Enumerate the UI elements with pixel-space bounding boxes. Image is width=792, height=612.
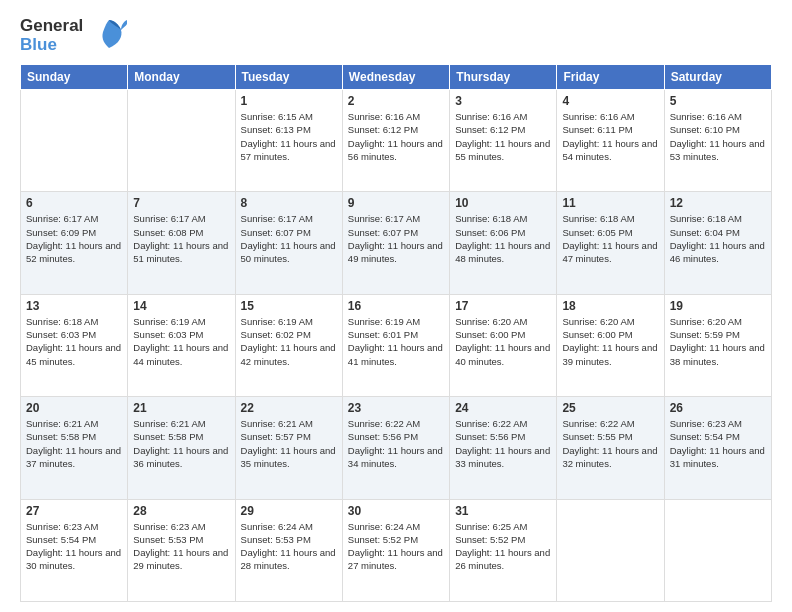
day-number: 10 xyxy=(455,196,551,210)
day-info: Sunrise: 6:22 AMSunset: 5:56 PMDaylight:… xyxy=(348,417,444,470)
day-number: 5 xyxy=(670,94,766,108)
calendar-cell: 5Sunrise: 6:16 AMSunset: 6:10 PMDaylight… xyxy=(664,90,771,192)
day-info: Sunrise: 6:18 AMSunset: 6:06 PMDaylight:… xyxy=(455,212,551,265)
day-info: Sunrise: 6:15 AMSunset: 6:13 PMDaylight:… xyxy=(241,110,337,163)
day-info: Sunrise: 6:20 AMSunset: 5:59 PMDaylight:… xyxy=(670,315,766,368)
calendar-cell: 10Sunrise: 6:18 AMSunset: 6:06 PMDayligh… xyxy=(450,192,557,294)
day-info: Sunrise: 6:21 AMSunset: 5:57 PMDaylight:… xyxy=(241,417,337,470)
day-number: 9 xyxy=(348,196,444,210)
calendar-cell: 11Sunrise: 6:18 AMSunset: 6:05 PMDayligh… xyxy=(557,192,664,294)
day-info: Sunrise: 6:20 AMSunset: 6:00 PMDaylight:… xyxy=(562,315,658,368)
calendar-cell: 25Sunrise: 6:22 AMSunset: 5:55 PMDayligh… xyxy=(557,397,664,499)
calendar-week-4: 20Sunrise: 6:21 AMSunset: 5:58 PMDayligh… xyxy=(21,397,772,499)
day-number: 2 xyxy=(348,94,444,108)
day-number: 6 xyxy=(26,196,122,210)
day-info: Sunrise: 6:17 AMSunset: 6:07 PMDaylight:… xyxy=(348,212,444,265)
logo-bird-icon xyxy=(91,16,127,56)
day-info: Sunrise: 6:24 AMSunset: 5:52 PMDaylight:… xyxy=(348,520,444,573)
calendar-cell: 13Sunrise: 6:18 AMSunset: 6:03 PMDayligh… xyxy=(21,294,128,396)
day-number: 12 xyxy=(670,196,766,210)
calendar-cell: 4Sunrise: 6:16 AMSunset: 6:11 PMDaylight… xyxy=(557,90,664,192)
day-info: Sunrise: 6:16 AMSunset: 6:10 PMDaylight:… xyxy=(670,110,766,163)
calendar-cell: 29Sunrise: 6:24 AMSunset: 5:53 PMDayligh… xyxy=(235,499,342,601)
calendar-week-1: 1Sunrise: 6:15 AMSunset: 6:13 PMDaylight… xyxy=(21,90,772,192)
day-info: Sunrise: 6:18 AMSunset: 6:05 PMDaylight:… xyxy=(562,212,658,265)
logo-general: General xyxy=(20,17,83,36)
day-info: Sunrise: 6:23 AMSunset: 5:54 PMDaylight:… xyxy=(26,520,122,573)
day-info: Sunrise: 6:18 AMSunset: 6:04 PMDaylight:… xyxy=(670,212,766,265)
day-number: 30 xyxy=(348,504,444,518)
day-number: 7 xyxy=(133,196,229,210)
day-number: 14 xyxy=(133,299,229,313)
day-info: Sunrise: 6:22 AMSunset: 5:56 PMDaylight:… xyxy=(455,417,551,470)
weekday-header-saturday: Saturday xyxy=(664,65,771,90)
calendar-cell: 19Sunrise: 6:20 AMSunset: 5:59 PMDayligh… xyxy=(664,294,771,396)
calendar-cell: 9Sunrise: 6:17 AMSunset: 6:07 PMDaylight… xyxy=(342,192,449,294)
day-info: Sunrise: 6:19 AMSunset: 6:02 PMDaylight:… xyxy=(241,315,337,368)
day-info: Sunrise: 6:17 AMSunset: 6:08 PMDaylight:… xyxy=(133,212,229,265)
calendar-week-5: 27Sunrise: 6:23 AMSunset: 5:54 PMDayligh… xyxy=(21,499,772,601)
day-number: 26 xyxy=(670,401,766,415)
calendar-cell: 7Sunrise: 6:17 AMSunset: 6:08 PMDaylight… xyxy=(128,192,235,294)
calendar-cell: 18Sunrise: 6:20 AMSunset: 6:00 PMDayligh… xyxy=(557,294,664,396)
day-info: Sunrise: 6:25 AMSunset: 5:52 PMDaylight:… xyxy=(455,520,551,573)
calendar-cell: 16Sunrise: 6:19 AMSunset: 6:01 PMDayligh… xyxy=(342,294,449,396)
day-number: 21 xyxy=(133,401,229,415)
weekday-header-thursday: Thursday xyxy=(450,65,557,90)
calendar-cell: 30Sunrise: 6:24 AMSunset: 5:52 PMDayligh… xyxy=(342,499,449,601)
calendar-cell: 3Sunrise: 6:16 AMSunset: 6:12 PMDaylight… xyxy=(450,90,557,192)
day-number: 16 xyxy=(348,299,444,313)
calendar-cell: 2Sunrise: 6:16 AMSunset: 6:12 PMDaylight… xyxy=(342,90,449,192)
day-info: Sunrise: 6:19 AMSunset: 6:03 PMDaylight:… xyxy=(133,315,229,368)
day-info: Sunrise: 6:16 AMSunset: 6:11 PMDaylight:… xyxy=(562,110,658,163)
calendar-cell xyxy=(128,90,235,192)
day-info: Sunrise: 6:23 AMSunset: 5:53 PMDaylight:… xyxy=(133,520,229,573)
calendar-cell: 6Sunrise: 6:17 AMSunset: 6:09 PMDaylight… xyxy=(21,192,128,294)
day-info: Sunrise: 6:24 AMSunset: 5:53 PMDaylight:… xyxy=(241,520,337,573)
day-info: Sunrise: 6:16 AMSunset: 6:12 PMDaylight:… xyxy=(455,110,551,163)
header: General Blue xyxy=(20,16,772,56)
weekday-header-sunday: Sunday xyxy=(21,65,128,90)
day-info: Sunrise: 6:17 AMSunset: 6:07 PMDaylight:… xyxy=(241,212,337,265)
calendar-cell: 28Sunrise: 6:23 AMSunset: 5:53 PMDayligh… xyxy=(128,499,235,601)
calendar-cell: 26Sunrise: 6:23 AMSunset: 5:54 PMDayligh… xyxy=(664,397,771,499)
weekday-header-monday: Monday xyxy=(128,65,235,90)
calendar-cell: 1Sunrise: 6:15 AMSunset: 6:13 PMDaylight… xyxy=(235,90,342,192)
day-info: Sunrise: 6:23 AMSunset: 5:54 PMDaylight:… xyxy=(670,417,766,470)
calendar-cell xyxy=(557,499,664,601)
day-info: Sunrise: 6:18 AMSunset: 6:03 PMDaylight:… xyxy=(26,315,122,368)
day-number: 27 xyxy=(26,504,122,518)
calendar-cell: 15Sunrise: 6:19 AMSunset: 6:02 PMDayligh… xyxy=(235,294,342,396)
logo-blue: Blue xyxy=(20,36,83,55)
day-number: 25 xyxy=(562,401,658,415)
day-info: Sunrise: 6:21 AMSunset: 5:58 PMDaylight:… xyxy=(133,417,229,470)
weekday-header-wednesday: Wednesday xyxy=(342,65,449,90)
calendar-week-3: 13Sunrise: 6:18 AMSunset: 6:03 PMDayligh… xyxy=(21,294,772,396)
day-number: 24 xyxy=(455,401,551,415)
page: General Blue SundayMondayTuesdayWednesda… xyxy=(0,0,792,612)
calendar-cell: 27Sunrise: 6:23 AMSunset: 5:54 PMDayligh… xyxy=(21,499,128,601)
calendar-week-2: 6Sunrise: 6:17 AMSunset: 6:09 PMDaylight… xyxy=(21,192,772,294)
day-number: 28 xyxy=(133,504,229,518)
calendar-cell: 12Sunrise: 6:18 AMSunset: 6:04 PMDayligh… xyxy=(664,192,771,294)
calendar-cell xyxy=(664,499,771,601)
weekday-header-tuesday: Tuesday xyxy=(235,65,342,90)
day-info: Sunrise: 6:21 AMSunset: 5:58 PMDaylight:… xyxy=(26,417,122,470)
weekday-header-row: SundayMondayTuesdayWednesdayThursdayFrid… xyxy=(21,65,772,90)
day-number: 23 xyxy=(348,401,444,415)
calendar-cell: 14Sunrise: 6:19 AMSunset: 6:03 PMDayligh… xyxy=(128,294,235,396)
day-number: 15 xyxy=(241,299,337,313)
day-info: Sunrise: 6:19 AMSunset: 6:01 PMDaylight:… xyxy=(348,315,444,368)
calendar-cell: 22Sunrise: 6:21 AMSunset: 5:57 PMDayligh… xyxy=(235,397,342,499)
day-number: 22 xyxy=(241,401,337,415)
day-number: 18 xyxy=(562,299,658,313)
calendar-cell: 31Sunrise: 6:25 AMSunset: 5:52 PMDayligh… xyxy=(450,499,557,601)
calendar-cell xyxy=(21,90,128,192)
day-info: Sunrise: 6:22 AMSunset: 5:55 PMDaylight:… xyxy=(562,417,658,470)
day-number: 8 xyxy=(241,196,337,210)
day-number: 29 xyxy=(241,504,337,518)
calendar-cell: 23Sunrise: 6:22 AMSunset: 5:56 PMDayligh… xyxy=(342,397,449,499)
day-number: 17 xyxy=(455,299,551,313)
day-info: Sunrise: 6:17 AMSunset: 6:09 PMDaylight:… xyxy=(26,212,122,265)
day-number: 3 xyxy=(455,94,551,108)
